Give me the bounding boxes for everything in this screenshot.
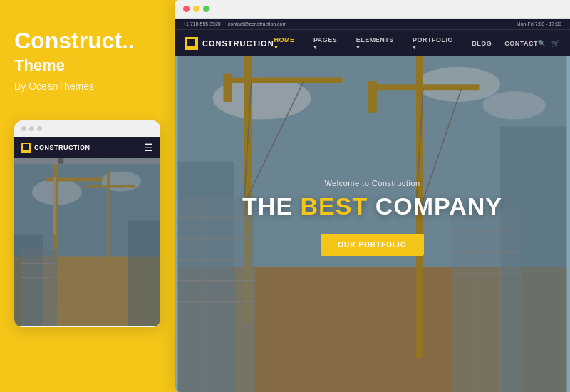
mobile-dot-green <box>37 126 42 131</box>
mobile-titlebar <box>14 120 160 137</box>
desktop-nav: CONSTRUCTION HOME ▾ PAGES ▾ ELEMENTS ▾ P… <box>175 29 570 56</box>
mobile-nav: CONSTRUCTION ☰ <box>14 137 160 158</box>
desktop-titlebar <box>175 0 570 19</box>
top-bar-email: contact@construction.com <box>228 21 287 26</box>
mobile-hero-scene <box>14 158 160 326</box>
hamburger-icon[interactable]: ☰ <box>144 143 153 153</box>
desktop-top-bar: +1 718 555 3920 contact@construction.com… <box>175 19 570 29</box>
nav-blog[interactable]: BLOG <box>472 40 492 47</box>
mobile-dot-yellow <box>29 126 34 131</box>
mobile-mockup: CONSTRUCTION ☰ <box>14 120 160 327</box>
mobile-dot-red <box>21 126 26 131</box>
desktop-cta-button[interactable]: OUR PORTFOLIO <box>321 234 423 256</box>
mobile-hero: Welcome to Construction THE BEST COMPANY… <box>14 158 160 326</box>
left-panel: Construct.. Theme By OceanThemes CONSTRU… <box>0 0 175 392</box>
mobile-logo: CONSTRUCTION <box>21 143 90 153</box>
nav-contact[interactable]: CONTACT <box>504 40 538 47</box>
desktop-hero-sub: Welcome to Construction <box>324 179 420 187</box>
nav-icons: 🔍 🛒 <box>538 40 559 47</box>
top-bar-phone: +1 718 555 3920 <box>183 21 221 26</box>
top-bar-time: Mon-Fri 7:00 - 17:00 <box>517 21 561 26</box>
theme-title: Construct.. <box>14 29 160 53</box>
hero-prefix: THE <box>242 192 300 220</box>
desktop-hero: Welcome to Construction THE BEST COMPANY… <box>175 56 570 392</box>
desktop-dot-yellow <box>193 6 200 12</box>
mobile-logo-icon <box>21 143 31 153</box>
desktop-dot-red <box>183 6 190 12</box>
theme-label: Theme <box>14 56 160 75</box>
desktop-dot-green <box>203 6 209 12</box>
nav-portfolio[interactable]: PORTFOLIO ▾ <box>413 36 459 51</box>
nav-elements[interactable]: ELEMENTS ▾ <box>356 36 400 51</box>
svg-rect-16 <box>14 164 160 326</box>
desktop-logo-text: CONSTRUCTION <box>202 39 274 48</box>
desktop-nav-links: HOME ▾ PAGES ▾ ELEMENTS ▾ PORTFOLIO ▾ BL… <box>274 36 538 51</box>
desktop-hero-title: THE BEST COMPANY <box>242 193 502 220</box>
search-icon[interactable]: 🔍 <box>538 40 546 47</box>
top-bar-contact: +1 718 555 3920 contact@construction.com <box>183 21 286 26</box>
desktop-logo-icon <box>185 37 198 50</box>
desktop-logo: CONSTRUCTION <box>185 37 274 50</box>
mobile-logo-text: CONSTRUCTION <box>34 144 90 151</box>
mobile-content: CONSTRUCTION ☰ <box>14 137 160 326</box>
nav-pages[interactable]: PAGES ▾ <box>314 36 343 51</box>
cart-icon[interactable]: 🛒 <box>551 40 559 47</box>
hero-accent: BEST <box>301 192 368 220</box>
theme-author: By OceanThemes <box>14 81 160 92</box>
nav-home[interactable]: HOME ▾ <box>274 36 301 51</box>
desktop-hero-content: Welcome to Construction THE BEST COMPANY… <box>175 56 570 392</box>
hero-suffix: COMPANY <box>368 192 502 220</box>
desktop-mockup: +1 718 555 3920 contact@construction.com… <box>175 0 570 392</box>
top-bar-hours: Mon-Fri 7:00 - 17:00 <box>517 21 561 26</box>
